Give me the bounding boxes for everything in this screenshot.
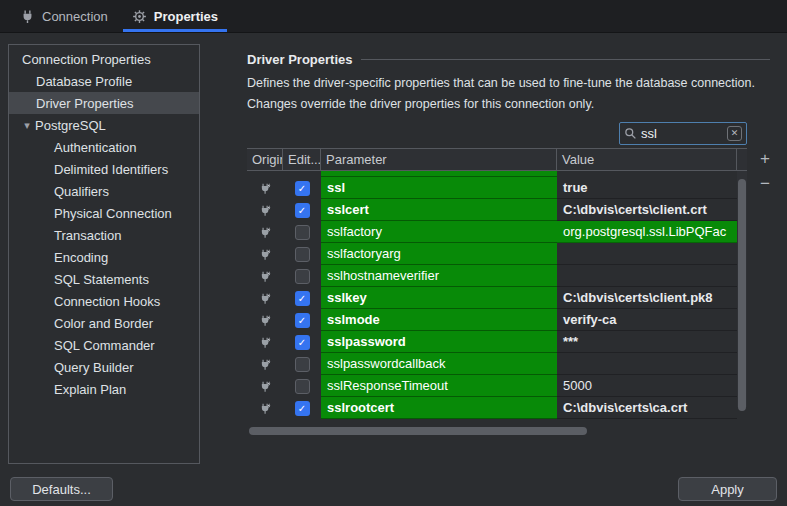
edited-checkbox[interactable]: ✓	[295, 335, 310, 350]
driver-origin-icon	[259, 336, 272, 349]
tab-properties[interactable]: Properties	[120, 0, 230, 32]
table-body: ✓ssltrue✓sslcertC:\dbvis\certs\client.cr…	[247, 177, 747, 419]
sidebar-item-color-and-border[interactable]: Color and Border	[9, 312, 199, 334]
edited-checkbox[interactable]: ✓	[295, 181, 310, 196]
value-cell[interactable]: verify-ca	[557, 309, 737, 331]
sidebar-item-postgresql[interactable]: ▾PostgreSQL	[9, 114, 199, 136]
defaults-button[interactable]: Defaults...	[10, 477, 113, 501]
sidebar-item-label: Authentication	[54, 140, 136, 155]
table-row[interactable]: sslpasswordcallback	[247, 353, 747, 375]
driver-origin-icon	[259, 402, 272, 415]
parameter-cell[interactable]: ssl	[321, 177, 557, 199]
horizontal-scrollbar[interactable]	[247, 425, 737, 437]
parameter-cell[interactable]: sslResponseTimeout	[321, 375, 557, 397]
sidebar-item-sql-statements[interactable]: SQL Statements	[9, 268, 199, 290]
sidebar-item-qualifiers[interactable]: Qualifiers	[9, 180, 199, 202]
horizontal-scrollbar-thumb[interactable]	[249, 427, 587, 435]
sidebar-item-physical-connection[interactable]: Physical Connection	[9, 202, 199, 224]
table-row[interactable]: ✓sslkeyC:\dbvis\certs\client.pk8	[247, 287, 747, 309]
table-row[interactable]: sslResponseTimeout5000	[247, 375, 747, 397]
column-header-value[interactable]: Value	[557, 149, 737, 170]
value-cell[interactable]: C:\dbvis\certs\ca.crt	[557, 397, 737, 419]
tab-bar: ConnectionProperties	[0, 0, 787, 33]
sidebar-item-connection-hooks[interactable]: Connection Hooks	[9, 290, 199, 312]
vertical-scrollbar[interactable]	[737, 171, 747, 407]
parameter-cell[interactable]: sslfactoryarg	[321, 243, 557, 265]
value-cell[interactable]: ***	[557, 331, 737, 353]
column-header-parameter[interactable]: Parameter	[321, 149, 557, 170]
value-cell[interactable]: true	[557, 177, 737, 199]
apply-button[interactable]: Apply	[678, 477, 777, 501]
edited-checkbox[interactable]	[295, 225, 310, 240]
add-property-button[interactable]: +	[756, 149, 774, 169]
chevron-down-icon[interactable]: ▾	[19, 119, 35, 132]
search-input[interactable]	[641, 126, 723, 141]
sidebar-item-connection-properties[interactable]: Connection Properties	[9, 48, 199, 70]
origin-cell	[247, 243, 283, 265]
edited-checkbox[interactable]	[295, 269, 310, 284]
sidebar-item-encoding[interactable]: Encoding	[9, 246, 199, 268]
edited-checkbox[interactable]	[295, 379, 310, 394]
vertical-scrollbar-thumb[interactable]	[738, 179, 746, 411]
edited-cell	[283, 265, 321, 287]
edited-checkbox[interactable]	[295, 357, 310, 372]
sidebar-item-authentication[interactable]: Authentication	[9, 136, 199, 158]
edited-cell: ✓	[283, 177, 321, 199]
value-cell[interactable]	[557, 265, 737, 287]
parameter-cell[interactable]: sslpasswordcallback	[321, 353, 557, 375]
sidebar-item-sql-commander[interactable]: SQL Commander	[9, 334, 199, 356]
sidebar-item-transaction[interactable]: Transaction	[9, 224, 199, 246]
column-header-origin[interactable]: Origin	[247, 149, 283, 170]
sidebar-item-query-builder[interactable]: Query Builder	[9, 356, 199, 378]
value-cell[interactable]	[557, 243, 737, 265]
parameter-cell[interactable]: sslrootcert	[321, 397, 557, 419]
origin-cell	[247, 331, 283, 353]
value-cell[interactable]: C:\dbvis\certs\client.pk8	[557, 287, 737, 309]
sidebar-item-label: Connection Hooks	[54, 294, 160, 309]
table-row[interactable]: ✓sslmodeverify-ca	[247, 309, 747, 331]
sidebar-item-driver-properties[interactable]: Driver Properties	[9, 92, 199, 114]
value-cell[interactable]	[557, 353, 737, 375]
table-row[interactable]: sslfactoryarg	[247, 243, 747, 265]
table-row[interactable]: sslfactoryorg.postgresql.ssl.LibPQFac	[247, 221, 747, 243]
driver-origin-icon	[259, 314, 272, 327]
parameter-cell[interactable]: sslkey	[321, 287, 557, 309]
table-row[interactable]: ✓sslrootcertC:\dbvis\certs\ca.crt	[247, 397, 747, 419]
edited-checkbox[interactable]: ✓	[295, 203, 310, 218]
section-title-row: Driver Properties	[247, 52, 770, 67]
value-cell[interactable]: C:\dbvis\certs\client.crt	[557, 199, 737, 221]
origin-cell	[247, 199, 283, 221]
value-cell[interactable]: org.postgresql.ssl.LibPQFac	[557, 221, 737, 243]
column-header-edit[interactable]: Edit...	[283, 149, 321, 170]
driver-origin-icon	[259, 380, 272, 393]
search-field[interactable]: ✕	[619, 122, 747, 145]
origin-cell	[247, 287, 283, 309]
parameter-cell[interactable]: sslhostnameverifier	[321, 265, 557, 287]
edited-checkbox[interactable]	[295, 247, 310, 262]
parameter-cell[interactable]: sslfactory	[321, 221, 557, 243]
sidebar-item-label: Driver Properties	[36, 96, 134, 111]
remove-property-button[interactable]: −	[756, 174, 774, 194]
search-icon	[624, 127, 637, 140]
connection-icon	[20, 9, 35, 24]
driver-origin-icon	[259, 358, 272, 371]
value-cell[interactable]: 5000	[557, 375, 737, 397]
table-row[interactable]: ✓sslcertC:\dbvis\certs\client.crt	[247, 199, 747, 221]
sidebar-tree: Connection PropertiesDatabase ProfileDri…	[8, 44, 200, 464]
sidebar-item-database-profile[interactable]: Database Profile	[9, 70, 199, 92]
parameter-cell[interactable]: sslcert	[321, 199, 557, 221]
table-row[interactable]: ✓ssltrue	[247, 177, 747, 199]
parameter-cell[interactable]: sslmode	[321, 309, 557, 331]
driver-origin-icon	[259, 248, 272, 261]
edited-checkbox[interactable]: ✓	[295, 291, 310, 306]
table-row[interactable]: sslhostnameverifier	[247, 265, 747, 287]
sidebar-item-delimited-identifiers[interactable]: Delimited Identifiers	[9, 158, 199, 180]
edited-checkbox[interactable]: ✓	[295, 401, 310, 416]
origin-cell	[247, 375, 283, 397]
edited-checkbox[interactable]: ✓	[295, 313, 310, 328]
parameter-cell[interactable]: sslpassword	[321, 331, 557, 353]
sidebar-item-explain-plan[interactable]: Explain Plan	[9, 378, 199, 400]
clear-search-icon[interactable]: ✕	[727, 126, 742, 141]
table-row[interactable]: ✓sslpassword***	[247, 331, 747, 353]
tab-connection[interactable]: Connection	[8, 0, 120, 32]
